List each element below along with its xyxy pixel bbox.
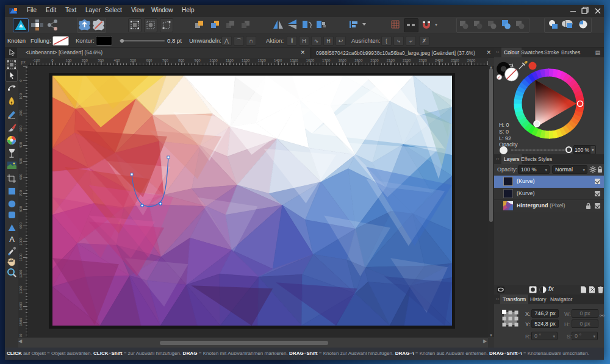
svg-text:A: A (9, 235, 15, 244)
